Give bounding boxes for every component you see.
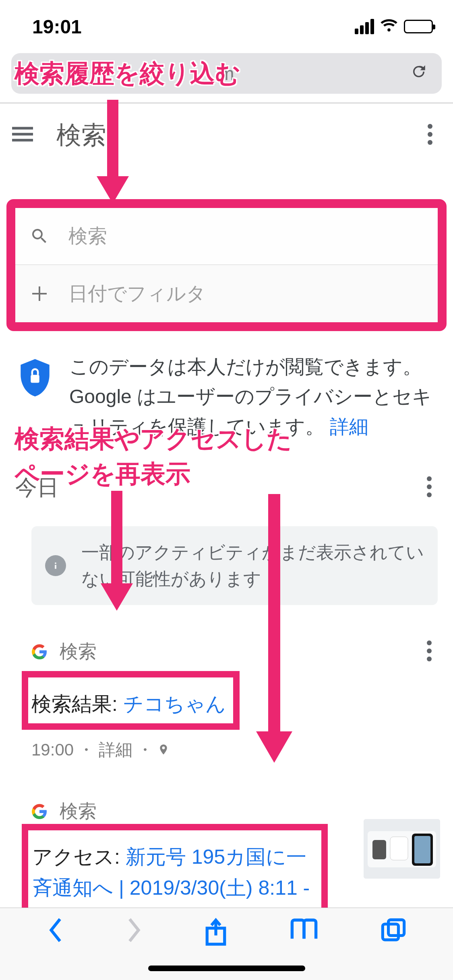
- svg-rect-23: [383, 924, 398, 940]
- page-title: 検索: [56, 118, 419, 152]
- battery-icon: [404, 20, 433, 33]
- wifi-icon: [380, 19, 398, 34]
- url-bar[interactable]: m: [11, 53, 442, 94]
- activity-service-label: 検索: [60, 799, 352, 824]
- cellular-icon: [355, 19, 374, 34]
- svg-rect-18: [390, 837, 408, 860]
- svg-rect-2: [12, 139, 33, 142]
- svg-point-4: [428, 132, 432, 137]
- page-thumbnail: [364, 819, 440, 879]
- activity-service-label: 検索: [60, 639, 406, 664]
- date-filter-label: 日付でフィルタ: [68, 281, 206, 307]
- home-indicator[interactable]: [148, 966, 305, 971]
- status-bar: 19:01: [0, 0, 453, 53]
- section-title: 今日: [15, 473, 418, 502]
- reload-icon[interactable]: [410, 63, 427, 84]
- app-header: 検索: [0, 103, 453, 167]
- search-filter-panel: 検索 日付でフィルタ: [6, 199, 447, 331]
- url-text-fragment: m: [219, 63, 234, 84]
- svg-rect-11: [55, 565, 56, 569]
- highlighted-result-1: 検索結果: チコちゃん: [22, 671, 240, 730]
- google-g-icon: [31, 803, 48, 819]
- svg-point-12: [427, 640, 432, 645]
- svg-rect-1: [12, 133, 33, 136]
- status-time: 19:01: [32, 16, 82, 38]
- status-icons: [355, 19, 433, 34]
- svg-point-10: [55, 562, 56, 564]
- info-text: 一部のアクティビティがまだ表示されていない可能性があります: [81, 539, 424, 592]
- svg-rect-24: [388, 920, 404, 935]
- svg-rect-17: [372, 840, 386, 859]
- search-placeholder: 検索: [68, 223, 107, 249]
- share-icon[interactable]: [204, 918, 228, 949]
- svg-rect-6: [31, 375, 39, 383]
- more-icon[interactable]: [419, 116, 441, 154]
- activity-more-icon[interactable]: [418, 632, 440, 671]
- svg-rect-0: [12, 127, 33, 130]
- svg-rect-20: [414, 836, 430, 863]
- search-icon: [27, 226, 52, 246]
- info-icon: [45, 555, 66, 576]
- privacy-text: このデータは本人だけが閲覧できます。Google はユーザーのプライバシーとセキ…: [69, 352, 439, 442]
- activity-detail-link[interactable]: 詳細: [99, 739, 132, 761]
- privacy-notice: このデータは本人だけが閲覧できます。Google はユーザーのプライバシーとセキ…: [0, 331, 453, 442]
- menu-icon[interactable]: [12, 127, 33, 144]
- activity-meta: 19:00 ・ 詳細 ・: [31, 739, 440, 761]
- back-icon[interactable]: [47, 918, 64, 944]
- svg-point-13: [427, 649, 432, 653]
- svg-point-9: [427, 492, 432, 497]
- pending-activity-notice: 一部のアクティビティがまだ表示されていない可能性があります: [31, 526, 438, 605]
- google-g-icon: [31, 644, 48, 660]
- tabs-icon[interactable]: [381, 918, 406, 945]
- privacy-learn-more-link[interactable]: 詳細: [330, 416, 368, 437]
- section-header-today: 今日: [0, 442, 453, 512]
- date-filter-row[interactable]: 日付でフィルタ: [15, 265, 438, 322]
- svg-point-8: [427, 484, 432, 489]
- svg-point-7: [427, 476, 432, 481]
- search-result-line[interactable]: 検索結果: チコちゃん: [31, 689, 226, 720]
- activity-item: 検索 検索結果: チコちゃん 19:00 ・ 詳細 ・: [0, 632, 453, 945]
- plus-icon: [27, 284, 52, 303]
- bookmarks-icon[interactable]: [289, 918, 319, 943]
- svg-point-5: [428, 140, 432, 145]
- search-query-link[interactable]: チコちゃん: [123, 693, 226, 715]
- search-input-row[interactable]: 検索: [15, 208, 438, 265]
- shield-icon: [18, 358, 52, 399]
- forward-icon: [126, 918, 143, 944]
- svg-point-3: [428, 124, 432, 129]
- svg-point-14: [427, 657, 432, 661]
- location-pin-icon: [157, 740, 170, 760]
- section-more-icon[interactable]: [418, 468, 440, 507]
- browser-url-area: m: [0, 53, 453, 103]
